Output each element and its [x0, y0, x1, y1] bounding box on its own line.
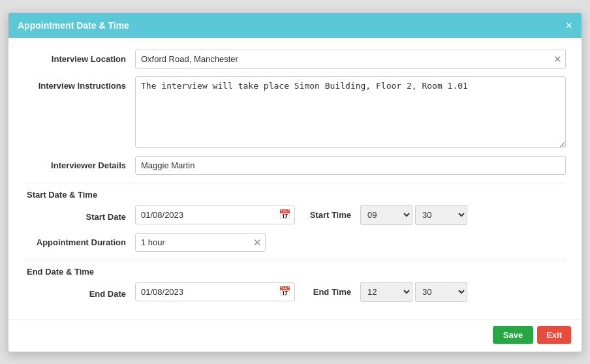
- start-time-label: Start Time: [295, 210, 360, 220]
- interviewer-details-label: Interviewer Details: [24, 156, 135, 170]
- start-section-title: Start Date & Time: [24, 190, 566, 200]
- appointment-modal: Appointment Date & Time × Interview Loca…: [8, 12, 582, 352]
- start-date-col: Start Date 📅: [24, 205, 295, 224]
- clear-location-button[interactable]: ✕: [553, 54, 562, 64]
- end-date-input[interactable]: [135, 282, 295, 301]
- interview-instructions-input[interactable]: The interview will take place Simon Buil…: [135, 76, 566, 148]
- interview-location-input-wrap: ✕: [135, 50, 566, 68]
- interview-instructions-label: Interview Instructions: [24, 76, 135, 91]
- end-section-title: End Date & Time: [24, 267, 566, 277]
- end-time-minute-select[interactable]: 00 15 30 45: [415, 282, 467, 302]
- clear-duration-button[interactable]: ✕: [253, 237, 262, 247]
- start-date-input-wrap: 📅: [135, 205, 295, 224]
- appointment-duration-label: Appointment Duration: [24, 233, 135, 247]
- end-time-wrap: 07 08 09 10 11 12 13 00 15 30 45: [360, 282, 467, 302]
- start-time-minute-select[interactable]: 00 15 30 45: [415, 205, 467, 225]
- start-date-input[interactable]: [135, 205, 295, 224]
- end-time-col: End Time 07 08 09 10 11 12 13 00 15 30: [295, 282, 566, 302]
- end-date-label: End Date: [24, 284, 135, 299]
- divider-start: [24, 183, 566, 183]
- interview-instructions-row: Interview Instructions The interview wil…: [24, 76, 566, 148]
- interview-location-input[interactable]: [135, 50, 566, 68]
- interviewer-details-row: Interviewer Details: [24, 156, 566, 175]
- exit-button[interactable]: Exit: [537, 326, 571, 344]
- start-time-hour-select[interactable]: 07 08 09 10 11 12 13: [360, 205, 412, 225]
- appointment-duration-row: Appointment Duration ✕: [24, 233, 566, 252]
- modal-body: Interview Location ✕ Interview Instructi…: [8, 38, 582, 316]
- modal-footer: Save Exit: [8, 319, 582, 352]
- end-time-label: End Time: [295, 287, 360, 297]
- modal-header: Appointment Date & Time ×: [8, 13, 582, 38]
- end-time-hour-select[interactable]: 07 08 09 10 11 12 13: [360, 282, 412, 302]
- save-button[interactable]: Save: [493, 326, 533, 344]
- start-time-wrap: 07 08 09 10 11 12 13 00 15 30 45: [360, 205, 467, 225]
- appointment-duration-input[interactable]: [135, 233, 266, 252]
- start-time-col: Start Time 07 08 09 10 11 12 13 00 15: [295, 205, 566, 225]
- divider-end: [24, 260, 566, 260]
- end-date-time-row: End Date 📅 End Time 07 08 09 10 11 12: [24, 282, 566, 302]
- start-date-time-row: Start Date 📅 Start Time 07 08 09 10 11: [24, 205, 566, 225]
- modal-title: Appointment Date & Time: [18, 20, 129, 31]
- start-date-label: Start Date: [24, 207, 135, 222]
- end-date-col: End Date 📅: [24, 282, 295, 301]
- close-button[interactable]: ×: [565, 20, 572, 31]
- end-date-input-wrap: 📅: [135, 282, 295, 301]
- interviewer-details-input[interactable]: [135, 156, 566, 175]
- appointment-duration-input-wrap: ✕: [135, 233, 266, 252]
- interview-location-row: Interview Location ✕: [24, 50, 566, 68]
- interview-location-label: Interview Location: [24, 50, 135, 64]
